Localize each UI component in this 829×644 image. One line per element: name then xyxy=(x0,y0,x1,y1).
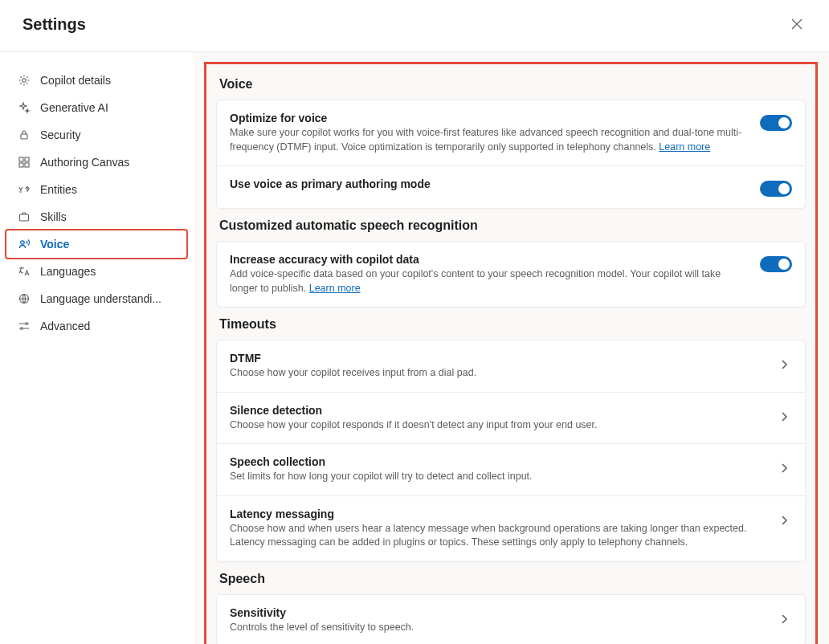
row-desc-text: Add voice-specific data based on your co… xyxy=(230,268,721,294)
svg-rect-2 xyxy=(19,157,23,161)
row-title: Optimize for voice xyxy=(230,112,747,124)
row-title: Speech collection xyxy=(230,455,763,468)
svg-rect-3 xyxy=(25,157,29,161)
row-desc: Controls the level of sensitivity to spe… xyxy=(230,621,763,635)
casr-card: Increase accuracy with copilot data Add … xyxy=(216,241,806,308)
sidebar-item-advanced[interactable]: Advanced xyxy=(6,312,186,340)
page-title: Settings xyxy=(22,15,86,34)
svg-point-9 xyxy=(26,323,28,325)
row-dtmf[interactable]: DTMF Choose how your copilot receives in… xyxy=(217,340,805,392)
content-highlight: Voice Optimize for voice Make sure your … xyxy=(204,62,818,644)
row-title: Latency messaging xyxy=(230,507,763,520)
layout: Copilot details Generative AI Security A… xyxy=(0,52,829,644)
row-desc: Choose how your copilot receives input f… xyxy=(230,366,763,381)
sidebar-item-voice[interactable]: Voice xyxy=(6,230,186,258)
sidebar-item-copilot-details[interactable]: Copilot details xyxy=(6,67,186,94)
row-title: Increase accuracy with copilot data xyxy=(230,253,747,266)
svg-point-7 xyxy=(21,241,24,244)
row-latency-messaging[interactable]: Latency messaging Choose how and when us… xyxy=(217,495,805,561)
row-primary-authoring: Use voice as primary authoring mode xyxy=(217,165,805,208)
sidebar-item-label: Entities xyxy=(40,183,77,196)
row-desc: Set limits for how long your copilot wil… xyxy=(230,470,763,484)
sidebar-item-skills[interactable]: Skills xyxy=(6,203,186,230)
svg-point-10 xyxy=(21,328,23,330)
close-icon xyxy=(791,18,802,30)
row-speech-collection[interactable]: Speech collection Set limits for how lon… xyxy=(217,443,805,495)
section-heading-voice: Voice xyxy=(219,77,806,92)
sidebar-item-languages[interactable]: Languages xyxy=(6,258,186,285)
sidebar-item-security[interactable]: Security xyxy=(6,121,186,149)
row-increase-accuracy: Increase accuracy with copilot data Add … xyxy=(217,242,805,307)
sidebar-item-label: Generative AI xyxy=(40,101,108,114)
close-button[interactable] xyxy=(784,11,810,37)
speech-card: Sensitivity Controls the level of sensit… xyxy=(216,594,806,645)
sidebar-item-label: Skills xyxy=(40,210,67,223)
voice-icon xyxy=(18,238,31,251)
learn-more-link[interactable]: Learn more xyxy=(659,141,710,153)
sidebar-item-label: Languages xyxy=(40,265,96,278)
row-title: Sensitivity xyxy=(230,606,763,619)
row-desc: Choose how and when users hear a latency… xyxy=(230,522,763,550)
sidebar-item-label: Copilot details xyxy=(40,74,111,87)
sidebar-item-entities[interactable]: Entities xyxy=(6,176,186,203)
learn-more-link[interactable]: Learn more xyxy=(309,283,361,294)
svg-rect-1 xyxy=(21,134,27,139)
globe-icon xyxy=(18,292,31,305)
svg-rect-4 xyxy=(19,163,23,167)
toggle-increase-accuracy[interactable] xyxy=(760,256,792,272)
sidebar: Copilot details Generative AI Security A… xyxy=(0,52,193,644)
timeouts-card: DTMF Choose how your copilot receives in… xyxy=(216,340,806,562)
content-scroll[interactable]: Voice Optimize for voice Make sure your … xyxy=(193,52,829,644)
sidebar-item-label: Security xyxy=(40,128,81,141)
sliders-icon xyxy=(18,320,31,332)
sidebar-item-label: Advanced xyxy=(40,320,90,332)
lock-icon xyxy=(18,128,31,141)
gear-icon xyxy=(18,74,31,87)
chevron-right-icon xyxy=(776,460,792,476)
toggle-optimize-voice[interactable] xyxy=(760,115,792,131)
row-title: DTMF xyxy=(230,352,763,365)
row-desc: Choose how your copilot responds if it d… xyxy=(230,418,763,433)
row-desc: Add voice-specific data based on your co… xyxy=(230,267,747,296)
svg-rect-5 xyxy=(25,163,29,167)
section-heading-casr: Customized automatic speech recognition xyxy=(219,218,806,233)
sidebar-item-generative-ai[interactable]: Generative AI xyxy=(6,94,186,121)
header: Settings xyxy=(0,0,829,52)
row-silence-detection[interactable]: Silence detection Choose how your copilo… xyxy=(217,392,805,444)
row-optimize-voice: Optimize for voice Make sure your copilo… xyxy=(217,100,805,165)
svg-point-0 xyxy=(22,79,26,82)
sidebar-item-language-understanding[interactable]: Language understandi... xyxy=(6,285,186,312)
section-heading-speech: Speech xyxy=(219,572,806,586)
sidebar-item-label: Language understandi... xyxy=(40,292,161,305)
row-title: Use voice as primary authoring mode xyxy=(230,177,747,190)
section-heading-timeouts: Timeouts xyxy=(219,317,806,332)
row-title: Silence detection xyxy=(230,404,763,417)
sidebar-item-label: Voice xyxy=(40,238,69,251)
sidebar-item-authoring-canvas[interactable]: Authoring Canvas xyxy=(6,149,186,176)
chevron-right-icon xyxy=(776,357,792,373)
sparkle-icon xyxy=(18,101,31,114)
chevron-right-icon xyxy=(776,409,792,425)
row-sensitivity[interactable]: Sensitivity Controls the level of sensit… xyxy=(217,595,805,645)
chevron-right-icon xyxy=(776,611,792,627)
toggle-primary-authoring[interactable] xyxy=(760,181,792,197)
voice-card: Optimize for voice Make sure your copilo… xyxy=(216,100,806,209)
svg-rect-6 xyxy=(20,214,29,221)
languages-icon xyxy=(18,265,31,278)
sidebar-item-label: Authoring Canvas xyxy=(40,156,129,169)
entities-icon xyxy=(18,183,31,196)
chevron-right-icon xyxy=(776,512,792,528)
briefcase-icon xyxy=(18,210,31,223)
row-desc: Make sure your copilot works for you wit… xyxy=(230,126,747,154)
grid-icon xyxy=(18,156,31,169)
